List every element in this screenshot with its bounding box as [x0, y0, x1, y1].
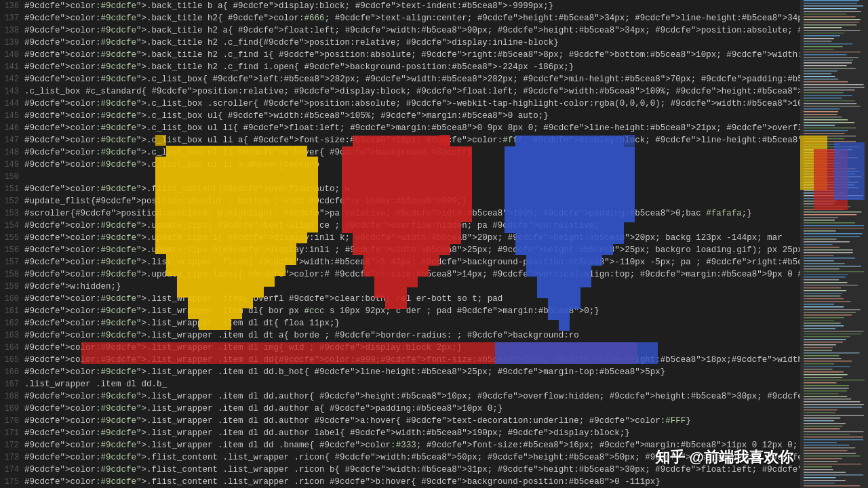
code-line: 152#update_flist{#9cdcfe">position:absol…: [0, 195, 800, 207]
line-number: 155: [0, 232, 24, 244]
line-text: #9cdcfe">color:#9cdcfe">.list_wrapper .i…: [24, 427, 800, 439]
line-number: 168: [0, 390, 24, 403]
line-text: .list_wrapper .item dl dd.b_: [24, 378, 800, 390]
line-number: 146: [0, 122, 24, 134]
line-number: 138: [0, 24, 24, 37]
line-number: 149: [0, 159, 24, 171]
line-text: #9cdcfe">color:#9cdcfe">.back_title h2 a…: [24, 24, 800, 37]
code-line: 138#9cdcfe">color:#9cdcfe">.back_title h…: [0, 24, 800, 37]
line-number: 141: [0, 61, 24, 73]
line-number: 145: [0, 110, 24, 122]
code-line: 151#9cdcfe">color:#9cdcfe">.flist_conten…: [0, 183, 800, 195]
line-number: 165: [0, 354, 24, 366]
line-number: 143: [0, 85, 24, 98]
code-editor: 136#9cdcfe">color:#9cdcfe">.back_title b…: [0, 0, 800, 488]
code-line: 156#9cdcfe">color:#9cdcfe">.update_tips …: [0, 244, 800, 256]
code-line: 175#9cdcfe">color:#9cdcfe">.flist_conten…: [0, 476, 800, 488]
line-number: 147: [0, 134, 24, 146]
code-line: 142#9cdcfe">color:#9cdcfe">.c_list_box{ …: [0, 73, 800, 85]
line-text: #9cdcfe">color:#9cdcfe">.list_wrapper .f…: [24, 256, 800, 268]
code-line: 167.list_wrapper .item dl dd.b_: [0, 378, 800, 390]
line-number: 136: [0, 0, 24, 12]
code-line: 148#9cdcfe">color:#9cdcfe">.c_list_box u…: [0, 146, 800, 159]
line-text: #9cdcfe">color:#9cdcfe">.c_list_box ul l…: [24, 134, 800, 146]
line-number: 171: [0, 427, 24, 439]
code-line: 143.c_list_box #c_standard{ #9cdcfe">pos…: [0, 85, 800, 98]
line-number: 156: [0, 244, 24, 256]
line-number: 169: [0, 403, 24, 415]
code-line: 171#9cdcfe">color:#9cdcfe">.list_wrapper…: [0, 427, 800, 439]
line-text: #9cdcfe">color:#9cdcfe">.list_wrapper .i…: [24, 403, 800, 415]
line-text: #9cdcfe">color:#9cdcfe">.back_title h2 .…: [24, 49, 800, 61]
line-text: #update_flist{#9cdcfe">position:absolut …: [24, 195, 800, 207]
code-line: 154#9cdcfe">color:#9cdcfe">.update_tips{…: [0, 220, 800, 232]
line-number: 164: [0, 342, 24, 354]
line-text: #9cdcfe">color:#9cdcfe">.update_tips{ #9…: [24, 220, 800, 232]
code-line: 170#9cdcfe">color:#9cdcfe">.list_wrapper…: [0, 415, 800, 427]
line-number: 159: [0, 281, 24, 293]
line-text: #9cdcfe">color:#9cdcfe">.back_title b a{…: [24, 0, 800, 12]
line-number: 140: [0, 49, 24, 61]
line-number: 151: [0, 183, 24, 195]
code-line: 149#9cdcfe">color:#9cdcfe">.c_list_box u…: [0, 159, 800, 171]
code-line: 146#9cdcfe">color:#9cdcfe">.c_list_box u…: [0, 122, 800, 134]
line-number: 160: [0, 293, 24, 305]
line-text: #9cdcfe">color:#9cdcfe">.c_list_box ul l…: [24, 122, 800, 134]
line-text: #9cdcfe">color:#9cdcfe">.back_title h2 .…: [24, 37, 800, 49]
line-number: 166: [0, 366, 24, 378]
line-text: #9cdcfe">color:#9cdcfe">.list_wrapper .i…: [24, 293, 800, 305]
code-line: 153#scroller{#9cdcfe">position:absolute;…: [0, 207, 800, 220]
line-text: #scroller{#9cdcfe">position:absolute; p-…: [24, 207, 800, 220]
line-number: 174: [0, 464, 24, 476]
code-line: 139#9cdcfe">color:#9cdcfe">.back_title h…: [0, 37, 800, 49]
line-number: 167: [0, 378, 24, 390]
line-number: 142: [0, 73, 24, 85]
line-number: 162: [0, 317, 24, 329]
line-text: #9cdcfe">color:#9cdcfe">.list_wrapper .i…: [24, 390, 800, 403]
code-line: 141#9cdcfe">color:#9cdcfe">.back_title h…: [0, 61, 800, 73]
line-number: 137: [0, 12, 24, 24]
code-line: 169#9cdcfe">color:#9cdcfe">.list_wrapper…: [0, 403, 800, 415]
line-number: 161: [0, 305, 24, 317]
line-number: 150: [0, 171, 24, 183]
code-line: 140#9cdcfe">color:#9cdcfe">.back_title h…: [0, 49, 800, 61]
line-number: 175: [0, 476, 24, 488]
code-line: 136#9cdcfe">color:#9cdcfe">.back_title b…: [0, 0, 800, 12]
line-text: #9cdcfe">color:#9cdcfe">.c_list_box ul l…: [24, 159, 800, 171]
code-line: 147#9cdcfe">color:#9cdcfe">.c_list_box u…: [0, 134, 800, 146]
code-line: 158#9cdcfe">color:#9cdcfe">.update_tips …: [0, 268, 800, 281]
code-line: 144#9cdcfe">color:#9cdcfe">.c_list_box .…: [0, 98, 800, 110]
code-line: 137#9cdcfe">color:#9cdcfe">.back_title h…: [0, 12, 800, 24]
line-number: 158: [0, 268, 24, 281]
code-line: 162#9cdcfe">color:#9cdcfe">.list_wrapper…: [0, 317, 800, 329]
line-text: #9cdcfe">color:#9cdcfe">.list_wrapper .i…: [24, 366, 800, 378]
line-text: #9cdcfe">color:#9cdcfe">.back_title h2{ …: [24, 12, 800, 24]
line-text: #9cdcfe">color:#9cdcfe">.list_wrapper .i…: [24, 317, 800, 329]
line-number: 157: [0, 256, 24, 268]
code-line: 164#9cdcfe">color:#9cdcfe">.list_wrapper…: [0, 342, 800, 354]
code-line: 160#9cdcfe">color:#9cdcfe">.list_wrapper…: [0, 293, 800, 305]
code-line: 166#9cdcfe">color:#9cdcfe">.list_wrapper…: [0, 366, 800, 378]
line-text: #9cdcfe">color:#9cdcfe">.c_list_box ul l…: [24, 146, 800, 159]
line-text: #9cdcfe">color:#9cdcfe">.c_list_box ul{ …: [24, 110, 800, 122]
watermark: 知乎 @前端我喜欢你: [655, 447, 793, 468]
line-text: #9cdcfe">color:#9cdcfe">.flist_content{#…: [24, 183, 800, 195]
line-text: #9cdcfe">color:#9cdcfe">.list_wrapper .i…: [24, 342, 800, 354]
code-line: 161#9cdcfe">color:#9cdcfe">.list_wrapper…: [0, 305, 800, 317]
line-text: .c_list_box #c_standard{ #9cdcfe">positi…: [24, 85, 800, 98]
line-text: #9cdcfe">color:#9cdcfe">.update_tips b{#…: [24, 244, 800, 256]
line-number: 172: [0, 439, 24, 451]
line-text: #9cdcfe">color:#9cdcfe">.back_title h2 .…: [24, 61, 800, 73]
code-line: 157#9cdcfe">color:#9cdcfe">.list_wrapper…: [0, 256, 800, 268]
line-number: 152: [0, 195, 24, 207]
line-text: #9cdcfe">color:#9cdcfe">.list_wrapper .i…: [24, 305, 800, 317]
line-number: 170: [0, 415, 24, 427]
line-number: 173: [0, 451, 24, 464]
line-text: #9cdcfe">color:#9cdcfe">.list_wrapper .i…: [24, 354, 800, 366]
line-text: #9cdcfe">color:#9cdcfe">.update_tips lab…: [24, 268, 800, 281]
line-text: #9cdcfe">color:#9cdcfe">.update_tips i{ …: [24, 232, 800, 244]
line-number: 144: [0, 98, 24, 110]
line-text: #9cdcfe">color:#9cdcfe">.flist_content .…: [24, 476, 800, 488]
code-line: 150: [0, 171, 800, 183]
line-number: 154: [0, 220, 24, 232]
